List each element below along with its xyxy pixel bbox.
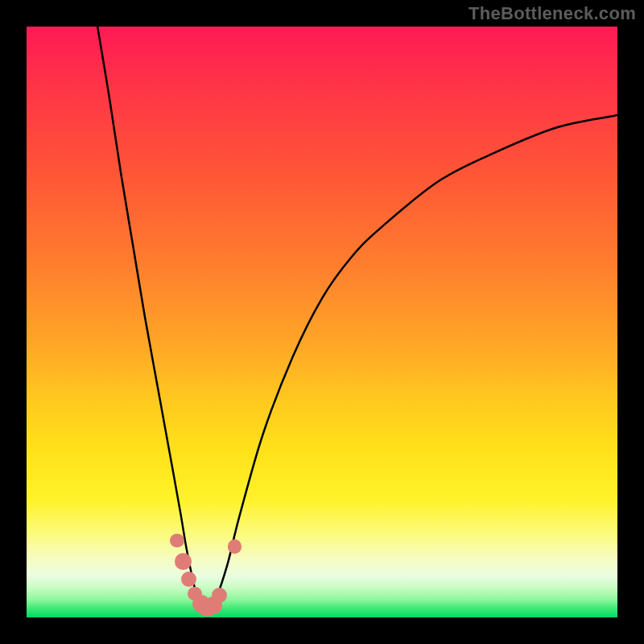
plot-area (27, 27, 617, 617)
data-marker (175, 553, 192, 570)
data-marker (212, 588, 227, 603)
chart-frame: TheBottleneck.com (0, 0, 644, 644)
bottleneck-curve (27, 27, 617, 617)
curve-path (97, 27, 617, 609)
watermark-text: TheBottleneck.com (469, 3, 636, 24)
data-marker (228, 539, 242, 554)
